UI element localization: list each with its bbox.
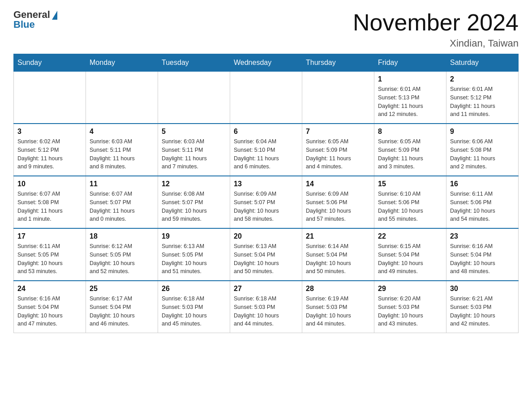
calendar-cell: 6Sunrise: 6:04 AM Sunset: 5:10 PM Daylig… (230, 124, 302, 176)
day-number: 5 (162, 128, 226, 136)
day-number: 15 (378, 180, 442, 188)
calendar-cell: 11Sunrise: 6:07 AM Sunset: 5:07 PM Dayli… (86, 176, 158, 228)
calendar-week-row: 10Sunrise: 6:07 AM Sunset: 5:08 PM Dayli… (14, 176, 519, 228)
calendar-cell: 4Sunrise: 6:03 AM Sunset: 5:11 PM Daylig… (86, 124, 158, 176)
calendar-cell: 14Sunrise: 6:09 AM Sunset: 5:06 PM Dayli… (302, 176, 374, 228)
day-number: 10 (17, 180, 82, 188)
day-info: Sunrise: 6:09 AM Sunset: 5:07 PM Dayligh… (234, 190, 298, 223)
calendar-cell: 8Sunrise: 6:05 AM Sunset: 5:09 PM Daylig… (374, 124, 446, 176)
day-number: 20 (234, 232, 298, 240)
day-info: Sunrise: 6:03 AM Sunset: 5:11 PM Dayligh… (162, 137, 226, 171)
logo-blue-text: Blue (13, 19, 35, 30)
day-info: Sunrise: 6:14 AM Sunset: 5:04 PM Dayligh… (306, 242, 370, 276)
calendar-cell: 18Sunrise: 6:12 AM Sunset: 5:05 PM Dayli… (86, 228, 158, 281)
day-number: 28 (306, 285, 370, 293)
day-info: Sunrise: 6:13 AM Sunset: 5:05 PM Dayligh… (162, 242, 226, 276)
day-number: 7 (306, 128, 370, 136)
day-number: 18 (90, 232, 154, 240)
day-number: 17 (17, 232, 82, 240)
day-info: Sunrise: 6:17 AM Sunset: 5:04 PM Dayligh… (90, 295, 154, 328)
day-number: 11 (90, 180, 154, 188)
day-number: 29 (378, 285, 442, 293)
day-number: 1 (378, 75, 442, 83)
day-number: 21 (306, 232, 370, 240)
day-number: 24 (17, 285, 82, 293)
day-info: Sunrise: 6:18 AM Sunset: 5:03 PM Dayligh… (162, 295, 226, 328)
day-info: Sunrise: 6:15 AM Sunset: 5:04 PM Dayligh… (378, 242, 442, 276)
location-label: Xindian, Taiwan (353, 38, 519, 49)
calendar-week-row: 24Sunrise: 6:16 AM Sunset: 5:04 PM Dayli… (14, 281, 519, 333)
calendar-title-section: November 2024 Xindian, Taiwan (353, 9, 519, 49)
day-number: 3 (17, 128, 82, 136)
calendar-cell: 21Sunrise: 6:14 AM Sunset: 5:04 PM Dayli… (302, 228, 374, 281)
day-info: Sunrise: 6:01 AM Sunset: 5:12 PM Dayligh… (450, 85, 515, 119)
day-info: Sunrise: 6:11 AM Sunset: 5:05 PM Dayligh… (17, 242, 82, 276)
day-info: Sunrise: 6:11 AM Sunset: 5:06 PM Dayligh… (450, 190, 515, 223)
day-info: Sunrise: 6:03 AM Sunset: 5:11 PM Dayligh… (90, 137, 154, 171)
calendar-cell: 19Sunrise: 6:13 AM Sunset: 5:05 PM Dayli… (158, 228, 230, 281)
day-info: Sunrise: 6:12 AM Sunset: 5:05 PM Dayligh… (90, 242, 154, 276)
weekday-header-thursday: Thursday (302, 54, 374, 72)
day-number: 8 (378, 128, 442, 136)
calendar-cell: 2Sunrise: 6:01 AM Sunset: 5:12 PM Daylig… (446, 72, 519, 124)
day-info: Sunrise: 6:09 AM Sunset: 5:06 PM Dayligh… (306, 190, 370, 223)
day-number: 19 (162, 232, 226, 240)
day-info: Sunrise: 6:05 AM Sunset: 5:09 PM Dayligh… (378, 137, 442, 171)
day-number: 26 (162, 285, 226, 293)
calendar-cell (14, 72, 86, 124)
day-info: Sunrise: 6:02 AM Sunset: 5:12 PM Dayligh… (17, 137, 82, 171)
weekday-header-tuesday: Tuesday (158, 54, 230, 72)
calendar-cell: 13Sunrise: 6:09 AM Sunset: 5:07 PM Dayli… (230, 176, 302, 228)
calendar-cell: 12Sunrise: 6:08 AM Sunset: 5:07 PM Dayli… (158, 176, 230, 228)
day-number: 13 (234, 180, 298, 188)
day-info: Sunrise: 6:13 AM Sunset: 5:04 PM Dayligh… (234, 242, 298, 276)
calendar-cell (158, 72, 230, 124)
day-info: Sunrise: 6:01 AM Sunset: 5:13 PM Dayligh… (378, 85, 442, 119)
day-number: 12 (162, 180, 226, 188)
calendar-cell: 16Sunrise: 6:11 AM Sunset: 5:06 PM Dayli… (446, 176, 519, 228)
weekday-header-sunday: Sunday (14, 54, 86, 72)
calendar-cell: 17Sunrise: 6:11 AM Sunset: 5:05 PM Dayli… (14, 228, 86, 281)
day-number: 16 (450, 180, 515, 188)
weekday-header-row: SundayMondayTuesdayWednesdayThursdayFrid… (14, 54, 519, 72)
weekday-header-saturday: Saturday (446, 54, 519, 72)
day-info: Sunrise: 6:07 AM Sunset: 5:08 PM Dayligh… (17, 190, 82, 223)
calendar-cell: 9Sunrise: 6:06 AM Sunset: 5:08 PM Daylig… (446, 124, 519, 176)
calendar-cell: 25Sunrise: 6:17 AM Sunset: 5:04 PM Dayli… (86, 281, 158, 333)
day-info: Sunrise: 6:07 AM Sunset: 5:07 PM Dayligh… (90, 190, 154, 223)
day-info: Sunrise: 6:04 AM Sunset: 5:10 PM Dayligh… (234, 137, 298, 171)
page-header: General Blue November 2024 Xindian, Taiw… (13, 9, 519, 49)
day-info: Sunrise: 6:20 AM Sunset: 5:03 PM Dayligh… (378, 295, 442, 328)
weekday-header-wednesday: Wednesday (230, 54, 302, 72)
calendar-cell: 28Sunrise: 6:19 AM Sunset: 5:03 PM Dayli… (302, 281, 374, 333)
calendar-week-row: 3Sunrise: 6:02 AM Sunset: 5:12 PM Daylig… (14, 124, 519, 176)
calendar-cell: 7Sunrise: 6:05 AM Sunset: 5:09 PM Daylig… (302, 124, 374, 176)
day-info: Sunrise: 6:05 AM Sunset: 5:09 PM Dayligh… (306, 137, 370, 171)
calendar-week-row: 17Sunrise: 6:11 AM Sunset: 5:05 PM Dayli… (14, 228, 519, 281)
day-number: 25 (90, 285, 154, 293)
calendar-week-row: 1Sunrise: 6:01 AM Sunset: 5:13 PM Daylig… (14, 72, 519, 124)
day-info: Sunrise: 6:10 AM Sunset: 5:06 PM Dayligh… (378, 190, 442, 223)
day-info: Sunrise: 6:16 AM Sunset: 5:04 PM Dayligh… (450, 242, 515, 276)
calendar-cell: 1Sunrise: 6:01 AM Sunset: 5:13 PM Daylig… (374, 72, 446, 124)
day-number: 30 (450, 285, 515, 293)
calendar-cell (302, 72, 374, 124)
day-info: Sunrise: 6:19 AM Sunset: 5:03 PM Dayligh… (306, 295, 370, 328)
day-number: 14 (306, 180, 370, 188)
day-number: 22 (378, 232, 442, 240)
calendar-table: SundayMondayTuesdayWednesdayThursdayFrid… (13, 54, 519, 333)
weekday-header-friday: Friday (374, 54, 446, 72)
calendar-cell: 24Sunrise: 6:16 AM Sunset: 5:04 PM Dayli… (14, 281, 86, 333)
calendar-cell: 5Sunrise: 6:03 AM Sunset: 5:11 PM Daylig… (158, 124, 230, 176)
day-number: 6 (234, 128, 298, 136)
calendar-cell: 10Sunrise: 6:07 AM Sunset: 5:08 PM Dayli… (14, 176, 86, 228)
calendar-cell: 26Sunrise: 6:18 AM Sunset: 5:03 PM Dayli… (158, 281, 230, 333)
month-title: November 2024 (353, 9, 519, 36)
calendar-cell: 29Sunrise: 6:20 AM Sunset: 5:03 PM Dayli… (374, 281, 446, 333)
calendar-cell (230, 72, 302, 124)
calendar-cell: 23Sunrise: 6:16 AM Sunset: 5:04 PM Dayli… (446, 228, 519, 281)
day-info: Sunrise: 6:21 AM Sunset: 5:03 PM Dayligh… (450, 295, 515, 328)
calendar-cell: 27Sunrise: 6:18 AM Sunset: 5:03 PM Dayli… (230, 281, 302, 333)
calendar-cell: 22Sunrise: 6:15 AM Sunset: 5:04 PM Dayli… (374, 228, 446, 281)
logo: General Blue (13, 9, 57, 30)
